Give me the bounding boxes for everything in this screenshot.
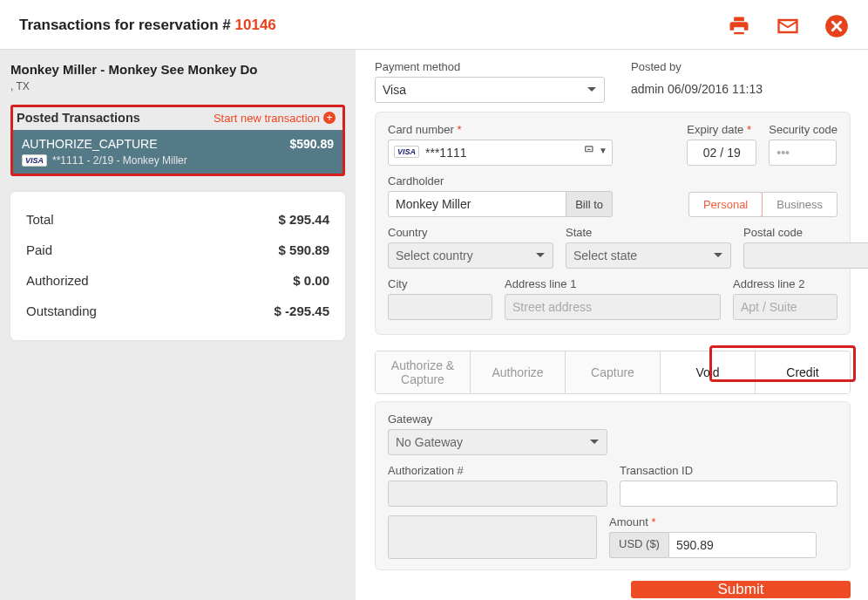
postal-input[interactable]: [743, 242, 868, 269]
state-select[interactable]: Select state: [566, 242, 731, 269]
authnum-label: Authorization #: [388, 464, 607, 477]
summary-paid-value: $ 590.89: [279, 242, 329, 257]
summary-total-label: Total: [26, 212, 54, 227]
posted-by-value: admin 06/09/2016 11:13: [631, 77, 851, 96]
expiry-year: 19: [727, 146, 741, 160]
payment-method-label: Payment method: [375, 60, 605, 73]
summary-paid-label: Paid: [26, 242, 52, 257]
slash: /: [720, 146, 723, 160]
transaction-detail: **1111 - 2/19 - Monkey Miller: [52, 154, 187, 167]
title-prefix: Transactions for reservation #: [19, 17, 235, 33]
transaction-type: AUTHORIZE_CAPTURE: [22, 137, 158, 151]
notes-box[interactable]: [388, 515, 597, 559]
postal-label: Postal code: [743, 226, 868, 239]
expiry-input[interactable]: 02 / 19: [687, 140, 756, 166]
summary-total-value: $ 295.44: [279, 212, 329, 227]
seg-personal-button[interactable]: Personal: [688, 192, 763, 217]
transaction-amount: $590.89: [289, 137, 334, 151]
page-title: Transactions for reservation # 10146: [19, 17, 276, 34]
state-label: State: [566, 226, 731, 239]
tab-capture[interactable]: Capture: [565, 351, 660, 393]
gateway-select[interactable]: No Gateway: [388, 429, 607, 455]
billto-segment: Personal Business: [688, 192, 837, 217]
amount-label: Amount: [609, 515, 817, 528]
summary-panel: Total$ 295.44 Paid$ 590.89 Authorized$ 0…: [10, 192, 345, 340]
tab-authorize[interactable]: Authorize: [470, 351, 565, 393]
seg-business-button[interactable]: Business: [762, 193, 837, 216]
cardholder-label: Cardholder: [388, 174, 676, 188]
visa-icon: VISA: [22, 154, 47, 167]
txid-input[interactable]: [620, 481, 837, 507]
card-number-label: Card number: [388, 123, 675, 136]
posted-transactions-title: Posted Transactions: [17, 111, 140, 125]
addr1-input[interactable]: [505, 294, 721, 320]
start-new-label: Start new transaction: [214, 112, 320, 125]
authnum-input[interactable]: [388, 481, 607, 507]
gateway-label: Gateway: [388, 412, 607, 426]
tab-credit[interactable]: Credit: [755, 351, 850, 393]
plus-icon: +: [323, 112, 336, 124]
currency-label: USD ($): [609, 532, 668, 558]
guest-location: , TX: [10, 80, 345, 92]
summary-out-value: $ -295.45: [275, 303, 329, 318]
posted-by-label: Posted by: [631, 60, 851, 73]
addr2-label: Address line 2: [733, 277, 837, 290]
payment-method-select[interactable]: Visa: [375, 77, 605, 103]
summary-auth-value: $ 0.00: [293, 273, 329, 288]
country-label: Country: [388, 226, 553, 239]
city-input[interactable]: [388, 294, 492, 320]
tab-void[interactable]: Void: [660, 351, 755, 393]
reservation-number: 10146: [235, 17, 276, 33]
submit-button[interactable]: Submit: [631, 581, 851, 598]
card-number-input[interactable]: [388, 140, 613, 166]
security-code-input[interactable]: [769, 140, 837, 166]
transaction-row[interactable]: AUTHORIZE_CAPTURE $590.89 VISA **1111 - …: [13, 130, 342, 174]
tab-authorize-capture[interactable]: Authorize & Capture: [376, 351, 470, 393]
email-icon[interactable]: [776, 14, 800, 37]
city-label: City: [388, 277, 492, 290]
addr1-label: Address line 1: [505, 277, 721, 290]
guest-name: Monkey Miller - Monkey See Monkey Do: [10, 62, 345, 80]
cardholder-input[interactable]: [388, 191, 566, 217]
print-icon[interactable]: [727, 14, 751, 37]
expiry-month: 02: [703, 146, 717, 160]
summary-out-label: Outstanding: [26, 303, 97, 318]
bill-to-button[interactable]: Bill to: [566, 191, 613, 217]
action-tabs: Authorize & Capture Authorize Capture Vo…: [375, 351, 851, 394]
amount-input[interactable]: [668, 532, 817, 558]
card-dropdown-icon[interactable]: ▼: [583, 144, 607, 156]
addr2-input[interactable]: [733, 294, 837, 320]
txid-label: Transaction ID: [620, 464, 837, 477]
visa-icon: VISA: [394, 146, 419, 158]
close-icon[interactable]: [824, 14, 849, 37]
expiry-label: Expiry date: [687, 123, 756, 136]
summary-auth-label: Authorized: [26, 273, 89, 288]
security-code-label: Security code: [769, 123, 837, 136]
posted-transactions-panel: Posted Transactions Start new transactio…: [10, 105, 345, 176]
start-new-transaction-link[interactable]: Start new transaction +: [214, 112, 336, 125]
country-select[interactable]: Select country: [388, 242, 553, 269]
